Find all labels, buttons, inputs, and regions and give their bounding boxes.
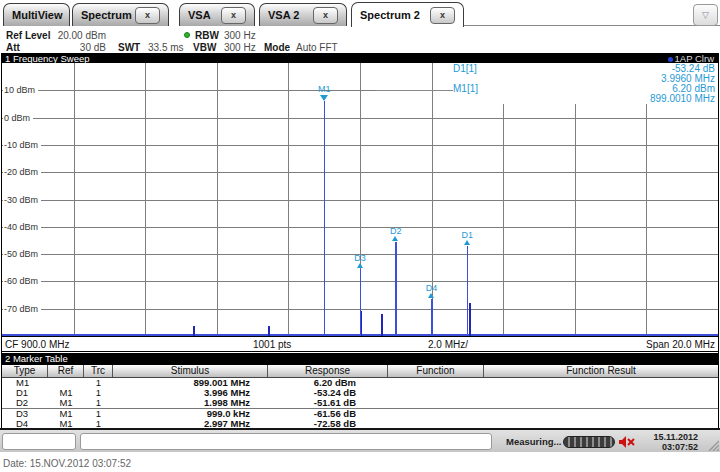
- marker-label-D3[interactable]: D3: [354, 253, 366, 263]
- marker-label-D4[interactable]: D4: [426, 283, 438, 293]
- att-label: Att: [6, 42, 20, 53]
- cell-trc: 1: [84, 398, 113, 408]
- marker-table-title: 2 Marker Table: [5, 353, 68, 365]
- col-trc: Trc: [84, 365, 113, 377]
- marker-table: Type Ref Trc Stimulus Response Function …: [1, 365, 719, 430]
- rbw-status-led-icon: [184, 32, 190, 38]
- col-response: Response: [268, 365, 388, 377]
- readout-d1-label: D1[1]: [453, 64, 477, 74]
- instrument-screen: MultiView Spectrum x VSA x VSA 2 x Spect…: [0, 0, 720, 472]
- tab-spectrum2-active[interactable]: Spectrum 2 x: [351, 2, 464, 27]
- marker-label-M1[interactable]: M1: [318, 84, 331, 94]
- grid-vline: [217, 63, 218, 336]
- close-icon[interactable]: x: [221, 7, 246, 24]
- cell-function-result: [484, 398, 718, 408]
- col-ref: Ref: [48, 365, 84, 377]
- tab-multiview-label: MultiView: [12, 9, 63, 21]
- mute-icon[interactable]: [618, 435, 635, 449]
- col-stimulus: Stimulus: [113, 365, 268, 377]
- marker-table-row[interactable]: M1 1 899.001 MHz 6.20 dBm: [2, 378, 718, 388]
- readout-m1-stimulus: 899.0010 MHz: [650, 94, 715, 104]
- marker-leader-line: [376, 90, 453, 91]
- marker-symbol-D3[interactable]: [357, 263, 363, 268]
- vbw-value[interactable]: 300 Hz: [224, 42, 256, 53]
- status-bar: Measuring... 15.11.2012 03:07:52: [0, 428, 720, 452]
- measuring-label: Measuring...: [506, 436, 561, 447]
- marker-symbol-D2[interactable]: [392, 236, 398, 241]
- trace-minor-peak: [193, 326, 195, 336]
- trace-peak-D2: [395, 242, 397, 336]
- spectrum-plot[interactable]: D1[1] -53.24 dB 3.9960 MHz M1[1] 6.20 dB…: [2, 63, 718, 336]
- trace-peak-D3: [360, 269, 362, 336]
- cell-function-result: [484, 409, 718, 419]
- cell-function: [388, 388, 484, 398]
- y-axis-label: -30 dBm: [3, 195, 41, 205]
- tab-spectrum[interactable]: Spectrum x: [72, 3, 169, 26]
- cell-stimulus: 1.998 MHz: [113, 398, 268, 408]
- status-message-field[interactable]: [80, 433, 492, 450]
- readout-m1-label: M1[1]: [453, 84, 478, 94]
- marker-table-title-bar: 2 Marker Table: [2, 353, 718, 365]
- marker-label-D2[interactable]: D2: [390, 226, 402, 236]
- cell-function: [388, 398, 484, 408]
- marker-table-row[interactable]: D2 M1 1 1.998 MHz -51.61 dB: [2, 398, 718, 409]
- cell-function: [388, 409, 484, 419]
- cell-response: -51.61 dB: [268, 398, 388, 408]
- tab-vsa2-label: VSA 2: [268, 9, 299, 21]
- trace-peak-M1: [324, 101, 326, 336]
- close-icon[interactable]: x: [430, 7, 455, 24]
- trace-peak-D4: [431, 299, 433, 336]
- swt-value[interactable]: 33.5 ms: [148, 42, 184, 53]
- trace-minor-peak: [268, 326, 270, 336]
- cell-type: D2: [2, 398, 48, 408]
- chevron-down-icon: ▽: [702, 10, 709, 20]
- marker-symbol-D4[interactable]: [428, 293, 434, 298]
- page-footer: Date: 15.NOV.2012 03:07:52: [0, 452, 720, 472]
- window1-title-bar: 1 Frequency Sweep 1AP Clrw: [2, 53, 718, 63]
- mode-value[interactable]: Auto FFT: [296, 42, 338, 53]
- marker-table-row[interactable]: D3 M1 1 999.0 kHz -61.56 dB: [2, 409, 718, 419]
- ref-level-value[interactable]: 20.00 dBm: [56, 30, 106, 41]
- status-field-left[interactable]: [2, 433, 76, 450]
- tab-spectrum2-label: Spectrum 2: [360, 9, 420, 21]
- tab-vsa[interactable]: VSA x: [179, 3, 255, 26]
- y-axis-label: 0 dBm: [3, 113, 33, 123]
- tab-dropdown-button[interactable]: ▽: [693, 4, 718, 26]
- rbw-label: RBW: [195, 30, 219, 41]
- tab-bar-baseline: [464, 25, 720, 26]
- per-division: 2.0 MHz/: [428, 339, 468, 350]
- marker-readout-panel: D1[1] -53.24 dB 3.9960 MHz M1[1] 6.20 dB…: [434, 63, 718, 104]
- rbw-value[interactable]: 300 Hz: [224, 30, 256, 41]
- grid-vline: [74, 63, 75, 336]
- y-axis-label: 10 dBm: [3, 85, 38, 95]
- frequency-axis-bar: CF 900.0 MHz 1001 pts 2.0 MHz/ Span 20.0…: [1, 336, 719, 352]
- grid-vline: [145, 63, 146, 336]
- resize-grip-icon[interactable]: [705, 437, 719, 451]
- tab-vsa2[interactable]: VSA 2 x: [259, 3, 347, 26]
- grid-vline: [288, 63, 289, 336]
- marker-table-row[interactable]: D1 M1 1 3.996 MHz -53.24 dB: [2, 388, 718, 398]
- trace-minor-peak: [469, 303, 471, 336]
- att-value[interactable]: 30 dB: [56, 42, 106, 53]
- marker-table-header-row: Type Ref Trc Stimulus Response Function …: [2, 365, 718, 378]
- cell-ref: M1: [48, 398, 84, 408]
- trace-peak-D1: [467, 246, 469, 336]
- trace-dot-icon: [668, 57, 673, 62]
- marker-label-D1[interactable]: D1: [462, 230, 474, 240]
- tab-multiview[interactable]: MultiView: [3, 3, 70, 26]
- vbw-label: VBW: [193, 42, 216, 53]
- col-function: Function: [388, 365, 484, 377]
- y-axis-label: -20 dBm: [3, 167, 41, 177]
- marker-symbol-D1[interactable]: [464, 240, 470, 245]
- close-icon[interactable]: x: [313, 7, 338, 24]
- y-axis-label: -50 dBm: [3, 249, 41, 259]
- center-frequency[interactable]: CF 900.0 MHz: [5, 339, 69, 350]
- y-axis-label: -60 dBm: [3, 276, 41, 286]
- status-date: 15.11.2012: [653, 432, 698, 442]
- ref-level-label: Ref Level: [6, 30, 50, 41]
- span-value[interactable]: Span 20.0 MHz: [646, 339, 715, 350]
- swt-label: SWT: [118, 42, 140, 53]
- marker-symbol-M1[interactable]: [320, 95, 328, 101]
- close-icon[interactable]: x: [135, 7, 160, 24]
- sweep-points: 1001 pts: [253, 339, 291, 350]
